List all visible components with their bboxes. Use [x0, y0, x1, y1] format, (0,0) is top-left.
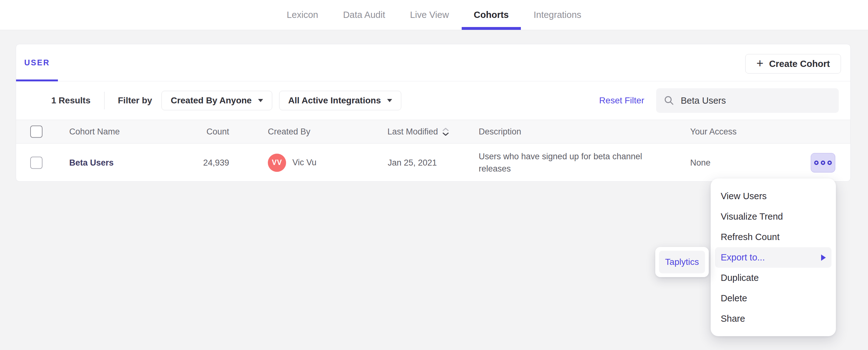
tab-lexicon[interactable]: Lexicon	[275, 0, 330, 30]
your-access-cell: None	[690, 158, 711, 168]
create-cohort-button[interactable]: + Create Cohort	[745, 54, 841, 73]
integrations-dropdown[interactable]: All Active Integrations	[279, 91, 402, 110]
tab-integrations[interactable]: Integrations	[522, 0, 594, 30]
header-description: Description	[479, 127, 521, 137]
menu-item-export-to-label: Export to...	[721, 252, 765, 262]
ellipsis-icon	[814, 161, 818, 165]
last-modified-cell: Jan 25, 2021	[388, 158, 437, 168]
menu-item-duplicate[interactable]: Duplicate	[711, 268, 836, 288]
header-your-access: Your Access	[690, 127, 737, 137]
cohort-name-link[interactable]: Beta Users	[69, 158, 114, 168]
cohorts-panel: USER + Create Cohort 1 Results Filter by…	[16, 44, 851, 182]
create-cohort-label: Create Cohort	[769, 59, 830, 69]
plus-icon: +	[756, 57, 763, 69]
header-created-by[interactable]: Created By	[268, 127, 310, 137]
ellipsis-icon	[828, 161, 832, 165]
menu-item-refresh-count[interactable]: Refresh Count	[711, 227, 836, 247]
tab-cohorts[interactable]: Cohorts	[462, 0, 521, 30]
row-actions-menu: View Users Visualize Trend Refresh Count…	[711, 178, 836, 336]
header-cohort-name[interactable]: Cohort Name	[69, 127, 120, 137]
export-submenu: Taplytics	[655, 247, 709, 277]
reset-filter-link[interactable]: Reset Filter	[599, 96, 644, 106]
search-input[interactable]	[681, 96, 831, 106]
menu-item-visualize-trend[interactable]: Visualize Trend	[711, 206, 836, 227]
results-count: 1 Results	[51, 96, 91, 106]
chevron-down-icon	[387, 99, 392, 102]
table-header: Cohort Name Count Created By Last Modifi…	[16, 120, 850, 144]
row-actions-button[interactable]	[811, 153, 835, 173]
header-count[interactable]: Count	[166, 127, 229, 137]
header-last-modified[interactable]: Last Modified	[388, 127, 450, 137]
submenu-item-taplytics[interactable]: Taplytics	[659, 251, 705, 273]
select-all-checkbox[interactable]	[30, 126, 42, 138]
top-navigation: Lexicon Data Audit Live View Cohorts Int…	[0, 0, 868, 30]
menu-item-export-to[interactable]: Export to...	[715, 247, 832, 268]
search-icon	[664, 95, 675, 106]
filter-bar: 1 Results Filter by Created By Anyone Al…	[16, 81, 850, 120]
created-by-name: Vic Vu	[292, 158, 317, 168]
ellipsis-icon	[821, 161, 825, 165]
menu-item-share[interactable]: Share	[711, 309, 836, 329]
row-checkbox[interactable]	[30, 156, 42, 169]
submenu-arrow-icon	[821, 254, 826, 261]
description-cell: Users who have signed up for beta channe…	[479, 150, 664, 175]
avatar: VV	[268, 154, 286, 172]
search-box[interactable]	[656, 88, 839, 113]
chevron-down-icon	[258, 99, 263, 102]
integrations-dropdown-value: All Active Integrations	[288, 96, 381, 106]
tab-live-view[interactable]: Live View	[398, 0, 461, 30]
table-row: Beta Users 24,939 VV Vic Vu Jan 25, 2021…	[16, 144, 850, 182]
vertical-divider	[104, 92, 104, 109]
tab-user[interactable]: USER	[16, 44, 58, 81]
menu-item-delete[interactable]: Delete	[711, 288, 836, 309]
cohort-count: 24,939	[166, 158, 229, 168]
header-last-modified-label: Last Modified	[388, 127, 438, 137]
created-by-cell: VV Vic Vu	[268, 154, 317, 172]
sort-icon[interactable]	[442, 127, 450, 136]
created-by-dropdown[interactable]: Created By Anyone	[161, 91, 272, 110]
cohort-type-tabs: USER + Create Cohort	[16, 44, 850, 81]
tab-data-audit[interactable]: Data Audit	[331, 0, 397, 30]
filter-by-label: Filter by	[118, 96, 152, 106]
created-by-dropdown-value: Created By Anyone	[170, 96, 251, 106]
menu-item-view-users[interactable]: View Users	[711, 186, 836, 206]
